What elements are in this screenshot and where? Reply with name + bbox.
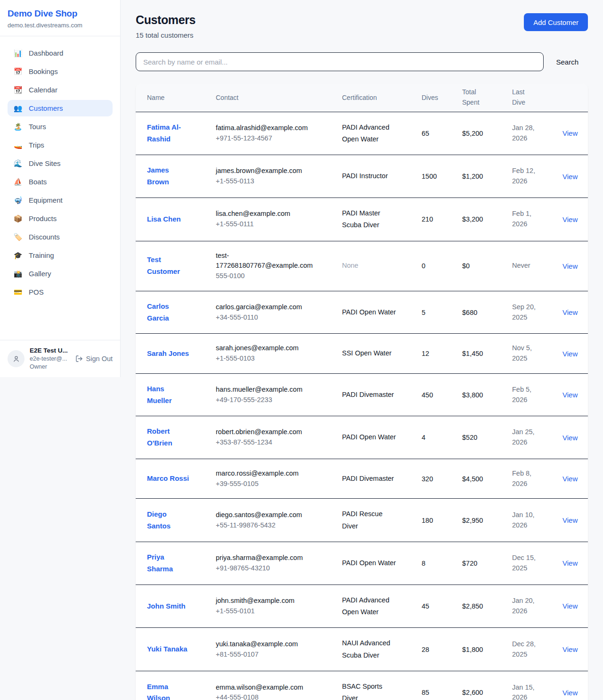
gallery-icon: 📸 <box>13 270 23 277</box>
view-link[interactable]: View <box>562 262 578 270</box>
sidebar-item-gallery[interactable]: 📸 Gallery <box>8 265 113 282</box>
sidebar-item-label: Equipment <box>29 196 63 204</box>
customer-count: 15 total customers <box>136 31 196 39</box>
customer-email: lisa.chen@example.com <box>216 209 310 219</box>
column-header-last-dive: Last Dive <box>512 83 562 112</box>
table-header-row: Name Contact Certification Dives Total S… <box>136 83 588 112</box>
customer-email: robert.obrien@example.com <box>216 427 310 437</box>
customer-name-link[interactable]: Marco Rossi <box>147 474 189 482</box>
table-row: Test Customer test-1772681807767@example… <box>136 241 588 291</box>
customer-last-dive: Feb 12, 2026 <box>512 155 562 198</box>
search-button[interactable]: Search <box>544 58 579 66</box>
customer-certification: PADI Open Water <box>342 542 422 585</box>
sidebar-item-trips[interactable]: 🚤 Trips <box>8 137 113 153</box>
view-link[interactable]: View <box>562 215 578 223</box>
table-row: Yuki Tanaka yuki.tanaka@example.com +81-… <box>136 628 588 671</box>
customer-dives: 28 <box>422 628 462 671</box>
customer-name-link[interactable]: Robert O'Brien <box>147 427 172 447</box>
customer-name-link[interactable]: Emma Wilson <box>147 683 170 700</box>
view-link[interactable]: View <box>562 516 578 524</box>
customer-phone: +1-555-0111 <box>216 219 310 230</box>
customer-name-link[interactable]: Carlos Garcia <box>147 302 169 322</box>
sidebar-item-products[interactable]: 📦 Products <box>8 210 113 227</box>
customer-phone: +353-87-555-1234 <box>216 437 310 448</box>
customer-name-link[interactable]: Hans Mueller <box>147 385 172 404</box>
customer-name-link[interactable]: Sarah Jones <box>147 349 189 357</box>
customer-phone: +1-555-0101 <box>216 606 310 617</box>
user-name: E2E Test U... <box>30 346 70 355</box>
view-link[interactable]: View <box>562 308 578 316</box>
sidebar-nav: 📊 Dashboard 📅 Bookings 📆 Calendar 👥 Cust… <box>0 36 120 304</box>
customer-phone: +1-555-0113 <box>216 176 310 187</box>
customer-name-link[interactable]: Diego Santos <box>147 510 171 530</box>
customer-last-dive: Dec 28, 2025 <box>512 628 562 671</box>
view-link[interactable]: View <box>562 645 578 653</box>
table-row: Hans Mueller hans.mueller@example.com +4… <box>136 373 588 416</box>
view-link[interactable]: View <box>562 602 578 610</box>
sidebar-item-dashboard[interactable]: 📊 Dashboard <box>8 45 113 61</box>
view-link[interactable]: View <box>562 434 578 442</box>
sidebar-item-label: Training <box>29 251 54 259</box>
customer-last-dive: Jan 20, 2026 <box>512 585 562 628</box>
customer-last-dive: Jan 10, 2026 <box>512 499 562 542</box>
sidebar-item-customers[interactable]: 👥 Customers <box>8 100 113 116</box>
customer-total-spent: $0 <box>462 241 512 291</box>
customer-name-link[interactable]: Fatima Al-Rashid <box>147 123 181 143</box>
column-header-actions <box>562 83 588 112</box>
sidebar-item-dive-sites[interactable]: 🌊 Dive Sites <box>8 155 113 172</box>
sidebar-item-discounts[interactable]: 🏷️ Discounts <box>8 229 113 245</box>
sidebar-item-label: Products <box>29 214 57 222</box>
customer-total-spent: $5,200 <box>462 112 512 155</box>
table-row: Sarah Jones sarah.jones@example.com +1-5… <box>136 334 588 374</box>
view-link[interactable]: View <box>562 559 578 567</box>
customer-total-spent: $4,500 <box>462 459 512 499</box>
search-input[interactable] <box>136 52 544 71</box>
customer-certification: SSI Open Water <box>342 334 422 374</box>
view-link[interactable]: View <box>562 350 578 358</box>
user-email: e2e-tester@... <box>30 355 70 363</box>
customer-total-spent: $1,450 <box>462 334 512 374</box>
sidebar-item-boats[interactable]: ⛵ Boats <box>8 173 113 190</box>
customer-phone: +49-170-555-2233 <box>216 395 310 405</box>
trips-icon: 🚤 <box>13 141 23 148</box>
training-icon: 🎓 <box>13 252 23 259</box>
view-link[interactable]: View <box>562 173 578 181</box>
sidebar-item-equipment[interactable]: 🤿 Equipment <box>8 192 113 208</box>
add-customer-button[interactable]: Add Customer <box>524 13 588 31</box>
sidebar-item-calendar[interactable]: 📆 Calendar <box>8 82 113 98</box>
customer-name-link[interactable]: Yuki Tanaka <box>147 645 187 653</box>
customer-phone: +39-555-0105 <box>216 479 310 489</box>
shop-title[interactable]: Demo Dive Shop <box>8 8 113 19</box>
customer-name-link[interactable]: John Smith <box>147 602 186 610</box>
customer-certification: PADI Open Water <box>342 291 422 334</box>
customers-table: Name Contact Certification Dives Total S… <box>136 83 588 700</box>
sidebar-item-tours[interactable]: 🏝️ Tours <box>8 118 113 135</box>
table-body: Fatima Al-Rashid fatima.alrashid@example… <box>136 112 588 700</box>
customer-phone: +1-555-0103 <box>216 354 310 364</box>
view-link[interactable]: View <box>562 689 578 697</box>
sidebar-item-label: Trips <box>29 141 44 149</box>
customer-total-spent: $2,850 <box>462 585 512 628</box>
customer-last-dive: Never <box>512 241 562 291</box>
customer-name-link[interactable]: Priya Sharma <box>147 553 173 573</box>
view-link[interactable]: View <box>562 391 578 399</box>
customer-name-link[interactable]: Lisa Chen <box>147 215 181 223</box>
sidebar-item-label: Tours <box>29 123 46 131</box>
sidebar-item-pos[interactable]: 💳 POS <box>8 284 113 300</box>
column-header-total-spent: Total Spent <box>462 83 512 112</box>
sidebar-item-bookings[interactable]: 📅 Bookings <box>8 63 113 80</box>
customer-name-link[interactable]: Test Customer <box>147 255 180 275</box>
view-link[interactable]: View <box>562 129 578 137</box>
sidebar-item-training[interactable]: 🎓 Training <box>8 247 113 264</box>
sidebar-item-label: Dashboard <box>29 49 63 57</box>
sign-out-button[interactable]: Sign Out <box>75 355 113 362</box>
customer-total-spent: $1,800 <box>462 628 512 671</box>
customer-dives: 210 <box>422 198 462 241</box>
customer-phone: +55-11-99876-5432 <box>216 520 310 531</box>
view-link[interactable]: View <box>562 475 578 483</box>
customer-name-link[interactable]: James Brown <box>147 166 169 186</box>
customer-total-spent: $720 <box>462 542 512 585</box>
customer-email: test-1772681807767@example.com <box>216 251 310 272</box>
customer-dives: 320 <box>422 459 462 499</box>
customer-email: marco.rossi@example.com <box>216 469 310 479</box>
